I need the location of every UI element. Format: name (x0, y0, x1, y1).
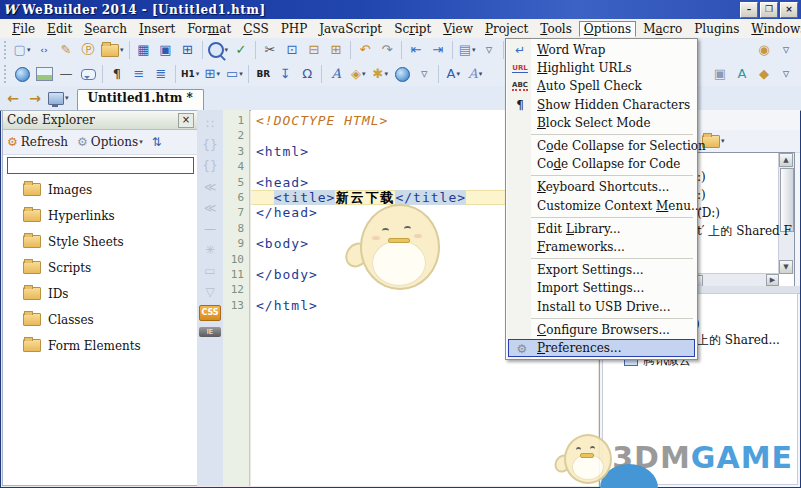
bullet-list-icon[interactable]: ≡ (129, 64, 149, 84)
nav-back-icon[interactable]: ← (3, 88, 23, 108)
menu-format[interactable]: Format (182, 21, 236, 37)
br-icon[interactable]: BR (253, 64, 273, 84)
fill-color-icon[interactable]: ◆ (754, 64, 774, 84)
spell-check-icon[interactable]: ✓ (231, 40, 251, 60)
tree-item-ids[interactable]: IDs (23, 285, 198, 302)
menu-item-edit-library[interactable]: Edit Library... (507, 220, 696, 238)
css-badge-icon[interactable]: CSS (199, 305, 221, 321)
hyperlink-globe-icon[interactable] (12, 64, 32, 84)
font-color-icon[interactable]: A▾ (443, 64, 463, 84)
menu-item-code-collapse-for-code[interactable]: Code Collapse for Code (507, 155, 696, 173)
refresh-button[interactable]: ⚙ Refresh (7, 135, 68, 149)
close-button[interactable]: × (780, 2, 798, 18)
restore-button[interactable]: ❐ (760, 2, 778, 18)
menu-css[interactable]: CSS (238, 21, 273, 37)
tree-item-images[interactable]: Images (23, 181, 198, 198)
undo-icon[interactable]: ↶ (355, 40, 375, 60)
menu-search[interactable]: Search (79, 21, 132, 37)
file-list-item[interactable]: 上的 Shared... (697, 332, 780, 349)
frame-icon[interactable]: ▭ (204, 261, 215, 282)
menu-item-frameworks[interactable]: Frameworks... (507, 238, 696, 256)
guillemet2-icon[interactable]: ≪ (204, 198, 217, 219)
pilcrow-icon[interactable]: ¶ (107, 64, 127, 84)
menu-item-keyboard-shortcuts[interactable]: Keyboard Shortcuts... (507, 178, 696, 196)
paste-icon[interactable]: ⊟ (304, 40, 324, 60)
menu-item-configure-browsers[interactable]: Configure Browsers... (507, 321, 696, 339)
layout-view-icon[interactable]: ▤▾ (457, 40, 477, 60)
menu-file[interactable]: File (7, 21, 40, 37)
horizontal-rule-icon[interactable]: — (56, 64, 76, 84)
menu-item-auto-spell-check[interactable]: ABCAuto Spell Check (507, 77, 696, 95)
menu-item-highlight-urls[interactable]: URLHighlight URLs (507, 59, 696, 77)
tree-item-scripts[interactable]: Scripts (23, 259, 198, 276)
special-char-icon[interactable]: Ω (297, 64, 317, 84)
scroll-down-icon[interactable]: ▼ (779, 260, 793, 274)
explorer-filter-input[interactable] (7, 157, 194, 174)
vertical-scrollbar[interactable]: ▲ ▼ (778, 153, 794, 274)
edit-page-icon[interactable]: ✎ (56, 40, 76, 60)
menu-item-code-collapse-for-selection[interactable]: Code Collapse for Selection (507, 137, 696, 155)
php-page-icon[interactable]: Ⓟ (78, 40, 98, 60)
ie-badge-icon[interactable]: IE (199, 327, 221, 337)
menu-item-show-hidden-characters[interactable]: ¶Show Hidden Characters (507, 96, 696, 114)
open-folder-icon[interactable]: ▾ (100, 40, 125, 60)
highlight-color-icon[interactable]: A (732, 64, 752, 84)
menu-view[interactable]: View (438, 21, 478, 37)
nav-forward-icon[interactable]: → (25, 88, 45, 108)
guillemet-icon[interactable]: ≪ (204, 177, 217, 198)
toolbar-overflow-icon[interactable]: ▿ (776, 64, 796, 84)
redo-icon[interactable]: ↷ (377, 40, 397, 60)
toolbar-grip[interactable] (3, 65, 8, 83)
indent-icon[interactable]: ⇥ (428, 40, 448, 60)
menu-project[interactable]: Project (480, 21, 533, 37)
menu-edit[interactable]: Edit (42, 21, 77, 37)
scroll-right-icon[interactable]: ▶ (766, 274, 779, 286)
menu-item-export-settings[interactable]: Export Settings... (507, 261, 696, 279)
menu-item-word-wrap[interactable]: ↵Word Wrap (507, 41, 696, 59)
tag-icon[interactable]: ◈▾ (348, 64, 368, 84)
tab-untitled1[interactable]: Untitled1.htm * (77, 89, 204, 110)
search-icon[interactable]: ▾ (207, 40, 230, 60)
menu-script[interactable]: Script (389, 21, 436, 37)
menu-item-block-select-mode[interactable]: Block Select Mode (507, 114, 696, 132)
open-html-icon[interactable]: ‹› (34, 40, 54, 60)
snippet-dots-icon[interactable]: ∷ (206, 114, 214, 135)
table-icon[interactable]: ⊞▾ (202, 64, 222, 84)
outdent-icon[interactable]: ⇤ (406, 40, 426, 60)
tree-item-style-sheets[interactable]: Style Sheets (23, 233, 198, 250)
menu-windows[interactable]: Windows (746, 21, 801, 37)
toolbar-grip[interactable] (3, 41, 8, 59)
find-in-files-icon[interactable]: ◉ (754, 40, 774, 60)
braces2-icon[interactable]: {} (202, 156, 217, 177)
menu-item-import-settings[interactable]: Import Settings... (507, 279, 696, 297)
save-all-icon[interactable]: ⊞ (178, 40, 198, 60)
sparkle-icon[interactable]: ✳ (205, 240, 215, 261)
menu-php[interactable]: PHP (276, 21, 313, 37)
heading-icon[interactable]: H1▾ (180, 64, 200, 84)
save-icon[interactable]: ▦ (134, 40, 154, 60)
copy-icon[interactable]: ⊡ (282, 40, 302, 60)
menu-macro[interactable]: Macro (638, 21, 687, 37)
shield-icon[interactable]: ▽ (205, 282, 214, 303)
sort-icon[interactable]: ⇅ (152, 135, 165, 149)
code-sweeper-icon[interactable]: ✱▾ (370, 64, 390, 84)
browser-monitor-icon[interactable]: ▾ (47, 88, 70, 108)
menu-options[interactable]: Options (579, 21, 636, 37)
image-icon[interactable] (34, 64, 54, 84)
toolbar-overflow-icon[interactable]: ▿ (414, 64, 434, 84)
scroll-up-icon[interactable]: ▲ (779, 153, 793, 167)
menu-item-install-to-usb-drive[interactable]: Install to USB Drive... (507, 297, 696, 315)
font-icon[interactable]: A (326, 64, 346, 84)
save-copy-icon[interactable]: ▣ (156, 40, 176, 60)
explorer-options-button[interactable]: ⚙ Options▾ (77, 135, 143, 149)
browser-preview-icon[interactable] (392, 64, 412, 84)
div-icon[interactable]: ▭▾ (224, 64, 244, 84)
menu-javascript[interactable]: JavaScript (314, 21, 387, 37)
file-list-item[interactable]: t′ 上的 Shared F (697, 223, 792, 240)
cut-icon[interactable]: ✂ (260, 40, 280, 60)
menu-item-customize-context-menu[interactable]: Customize Context Menu... (507, 197, 696, 215)
tree-item-form-elements[interactable]: Form Elements (23, 337, 198, 354)
menu-insert[interactable]: Insert (134, 21, 180, 37)
font-style-icon[interactable]: A▾ (465, 64, 485, 84)
paste-special-icon[interactable]: ⊞ (326, 40, 346, 60)
